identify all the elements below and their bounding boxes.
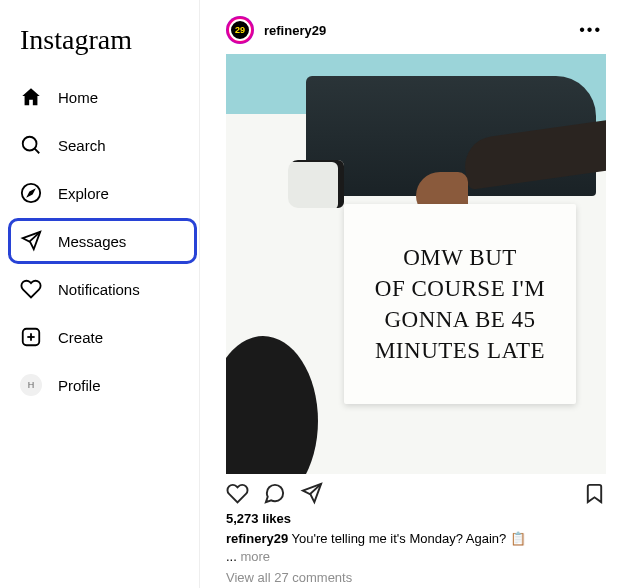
nav-search[interactable]: Search xyxy=(10,124,195,166)
plus-square-icon xyxy=(20,326,42,348)
comment-button[interactable] xyxy=(263,482,286,505)
caption-ellipsis: ... xyxy=(226,549,240,564)
nav-label: Explore xyxy=(58,185,109,202)
nav-create[interactable]: Create xyxy=(10,316,195,358)
post: 29 refinery29 ••• OMW BUT OF COURSE I'M … xyxy=(226,10,606,588)
home-icon xyxy=(20,86,42,108)
post-header: 29 refinery29 ••• xyxy=(226,10,606,54)
nav: Home Search Explore Messages Notificatio… xyxy=(10,76,195,406)
main-content: 29 refinery29 ••• OMW BUT OF COURSE I'M … xyxy=(200,0,620,588)
post-username[interactable]: refinery29 xyxy=(264,23,565,38)
likes-count[interactable]: 5,273 likes xyxy=(226,509,606,528)
nav-label: Search xyxy=(58,137,106,154)
caption-text: You're telling me it's Monday? Again? 📋 xyxy=(288,531,526,546)
sidebar: Instagram Home Search Explore Messages N… xyxy=(0,0,200,588)
profile-avatar-icon: H xyxy=(20,374,42,396)
compass-icon xyxy=(20,182,42,204)
image-mirror xyxy=(288,160,344,208)
avatar-text: 29 xyxy=(229,19,251,41)
nav-profile[interactable]: H Profile xyxy=(10,364,195,406)
nav-home[interactable]: Home xyxy=(10,76,195,118)
send-icon xyxy=(20,230,42,252)
nav-messages[interactable]: Messages xyxy=(10,220,195,262)
post-image[interactable]: OMW BUT OF COURSE I'M GONNA BE 45 MINUTE… xyxy=(226,54,606,474)
post-actions xyxy=(226,474,606,509)
nav-label: Notifications xyxy=(58,281,140,298)
svg-line-1 xyxy=(35,149,40,154)
image-sign: OMW BUT OF COURSE I'M GONNA BE 45 MINUTE… xyxy=(344,204,576,404)
nav-explore[interactable]: Explore xyxy=(10,172,195,214)
post-caption: refinery29 You're telling me it's Monday… xyxy=(226,528,606,568)
post-more-button[interactable]: ••• xyxy=(575,21,606,39)
nav-label: Profile xyxy=(58,377,101,394)
bookmark-button[interactable] xyxy=(583,482,606,505)
nav-label: Messages xyxy=(58,233,126,250)
like-button[interactable] xyxy=(226,482,249,505)
share-button[interactable] xyxy=(300,482,323,505)
svg-point-0 xyxy=(23,137,37,151)
nav-label: Create xyxy=(58,329,103,346)
heart-icon xyxy=(20,278,42,300)
svg-marker-3 xyxy=(28,190,34,196)
nav-label: Home xyxy=(58,89,98,106)
view-comments[interactable]: View all 27 comments xyxy=(226,568,606,587)
post-avatar[interactable]: 29 xyxy=(226,16,254,44)
caption-more[interactable]: more xyxy=(240,549,270,564)
search-icon xyxy=(20,134,42,156)
sign-text: OMW BUT OF COURSE I'M GONNA BE 45 MINUTE… xyxy=(375,242,545,366)
nav-notifications[interactable]: Notifications xyxy=(10,268,195,310)
caption-username[interactable]: refinery29 xyxy=(226,531,288,546)
logo[interactable]: Instagram xyxy=(10,16,195,76)
